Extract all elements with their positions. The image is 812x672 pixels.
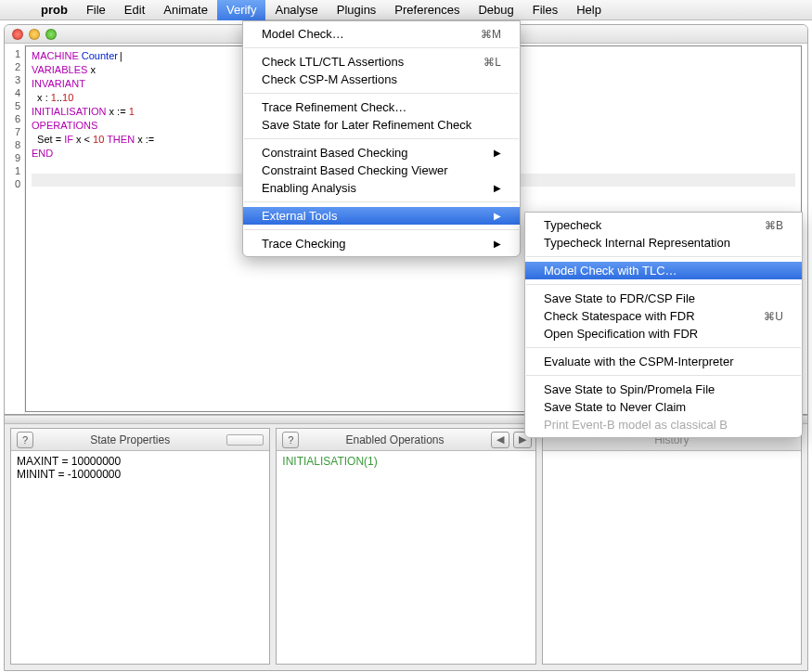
line-number: 2 (5, 60, 20, 73)
close-icon[interactable] (12, 29, 23, 40)
submenu-arrow-icon: ▶ (494, 211, 501, 221)
mi-check-ltl[interactable]: Check LTL/CTL Assertions⌘L (243, 53, 520, 71)
mi-print-eventb: Print Event-B model as classical B (525, 416, 802, 433)
mi-save-never[interactable]: Save State to Never Claim (525, 398, 802, 416)
menu-item-label: Save State for Later Refinement Check (262, 118, 471, 132)
menu-edit[interactable]: Edit (115, 0, 154, 20)
token: MACHINE (32, 50, 79, 61)
menu-plugins[interactable]: Plugins (328, 0, 386, 20)
panel-title: Enabled Operations (299, 433, 490, 446)
menu-item-label: Check Statespace with FDR (544, 309, 695, 323)
line-number: 3 (5, 73, 20, 86)
menu-verify[interactable]: Verify (217, 0, 266, 20)
app-name[interactable]: prob (32, 3, 77, 17)
line-number: 9 (5, 151, 20, 164)
zoom-icon[interactable] (45, 29, 57, 40)
mi-save-fdr[interactable]: Save State to FDR/CSP File (525, 290, 802, 307)
token: OPERATIONS (32, 120, 97, 131)
operation-item[interactable]: INITIALISATION(1) (282, 455, 529, 468)
menu-item-label: Model Check with TLC… (544, 264, 677, 278)
panel-body (543, 451, 801, 664)
menu-debug[interactable]: Debug (469, 0, 522, 20)
menu-analyse[interactable]: Analyse (265, 0, 327, 20)
token: VARIABLES (32, 64, 87, 75)
line-number: 4 (5, 86, 20, 99)
mi-save-state-refine[interactable]: Save State for Later Refinement Check (243, 116, 520, 134)
nav-back-button[interactable]: ◀ (491, 432, 509, 448)
token: x : (32, 92, 51, 103)
line-number: 0 (5, 177, 20, 190)
line-number: 5 (5, 99, 20, 112)
token: END (32, 148, 53, 159)
menu-separator (244, 138, 519, 139)
mi-check-cspm[interactable]: Check CSP-M Assertions (243, 71, 520, 88)
menu-shortcut: ⌘M (481, 28, 501, 41)
state-line: MININT = -10000000 (17, 468, 264, 481)
mi-trace-refine[interactable]: Trace Refinement Check… (243, 98, 520, 116)
mi-typecheck[interactable]: Typecheck⌘B (525, 216, 802, 234)
menu-separator (526, 256, 801, 257)
state-properties-panel: ? State Properties MAXINT = 10000000 MIN… (10, 428, 270, 665)
menu-file[interactable]: File (77, 0, 115, 20)
menu-item-label: Trace Refinement Check… (262, 100, 406, 114)
panel-header: ? Enabled Operations ◀ ▶ (277, 429, 535, 451)
line-number: 7 (5, 125, 20, 138)
submenu-arrow-icon: ▶ (494, 148, 501, 158)
verify-dropdown: Model Check…⌘M Check LTL/CTL Assertions⌘… (242, 20, 521, 257)
panel-control[interactable] (226, 434, 264, 446)
line-number: 1 (5, 47, 20, 60)
menu-item-label: Check CSP-M Assertions (262, 72, 397, 86)
token: 10 (62, 92, 73, 103)
token: Counter (79, 50, 118, 61)
panel-body: MAXINT = 10000000 MININT = -10000000 (11, 451, 269, 664)
menu-item-label: Save State to Never Claim (544, 400, 686, 414)
line-number: 1 (5, 164, 20, 177)
mi-model-check[interactable]: Model Check…⌘M (243, 25, 520, 43)
menu-shortcut: ⌘B (765, 219, 783, 232)
submenu-arrow-icon: ▶ (494, 239, 501, 249)
mi-save-spin[interactable]: Save State to Spin/Promela File (525, 381, 802, 398)
mi-typecheck-internal[interactable]: Typecheck Internal Representation (525, 234, 802, 252)
minimize-icon[interactable] (29, 29, 40, 40)
menubar: prob File Edit Animate Verify Analyse Pl… (0, 0, 812, 20)
token: x < (73, 134, 93, 145)
panel-title: State Properties (33, 433, 226, 446)
mi-check-fdr[interactable]: Check Statespace with FDR⌘U (525, 307, 802, 325)
menu-item-label: Typecheck Internal Representation (544, 236, 730, 250)
menu-separator (244, 93, 519, 94)
menu-separator (244, 201, 519, 202)
menu-item-label: Constraint Based Checking (262, 146, 408, 160)
token: x := (106, 106, 128, 117)
menu-files[interactable]: Files (523, 0, 567, 20)
line-number: 6 (5, 112, 20, 125)
menu-item-label: Check LTL/CTL Assertions (262, 55, 404, 69)
menu-preferences[interactable]: Preferences (385, 0, 469, 20)
token: THEN (104, 134, 135, 145)
mi-model-check-tlc[interactable]: Model Check with TLC… (525, 262, 802, 279)
menu-separator (244, 47, 519, 48)
menu-separator (244, 229, 519, 230)
token: IF (64, 134, 73, 145)
mi-trace-checking[interactable]: Trace Checking▶ (243, 235, 520, 252)
mi-constraint-viewer[interactable]: Constraint Based Checking Viewer (243, 162, 520, 179)
panel-header: ? State Properties (11, 429, 269, 451)
token: 1 (129, 106, 135, 117)
menu-help[interactable]: Help (567, 0, 611, 20)
menu-item-label: Trace Checking (262, 237, 346, 251)
menu-item-label: Save State to FDR/CSP File (544, 291, 695, 305)
history-panel: History (542, 428, 802, 665)
mi-cspm-interpreter[interactable]: Evaluate with the CSPM-Interpreter (525, 353, 802, 370)
mi-open-fdr[interactable]: Open Specification with FDR (525, 325, 802, 342)
token: x (87, 64, 96, 75)
menu-separator (526, 375, 801, 376)
menu-separator (526, 284, 801, 285)
help-icon[interactable]: ? (282, 432, 299, 448)
menu-animate[interactable]: Animate (154, 0, 217, 20)
help-icon[interactable]: ? (17, 432, 33, 448)
menu-item-label: Open Specification with FDR (544, 327, 698, 341)
menu-item-label: Model Check… (262, 27, 344, 41)
menu-separator (526, 347, 801, 348)
mi-constraint-check[interactable]: Constraint Based Checking▶ (243, 144, 520, 162)
mi-enabling-analysis[interactable]: Enabling Analysis▶ (243, 179, 520, 197)
mi-external-tools[interactable]: External Tools▶ (243, 207, 520, 225)
